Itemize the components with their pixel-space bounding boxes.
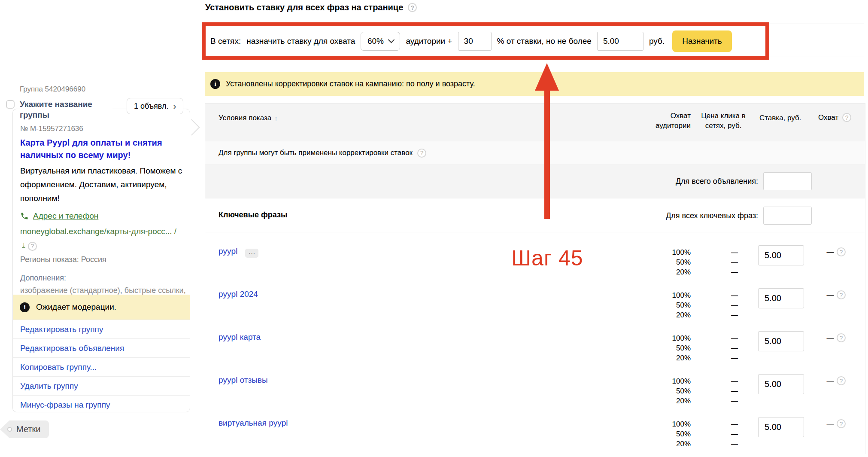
reach-value: — [822,291,839,299]
cpc-value: — [726,419,743,429]
coverage-value: 100% [672,419,691,429]
phone-icon [20,212,29,220]
page-title-row: Установить ставку для всех фраз на стран… [205,3,417,12]
cpc-value: — [726,257,743,267]
help-icon[interactable]: ? [417,149,426,158]
keywords-table: Условия показа ↑ Охват аудитории Цена кл… [205,103,865,454]
reach-column-header: Охват ? [818,113,851,122]
all-keywords-label: Для всех ключевых фраз: [666,211,758,220]
minus-phrases-link[interactable]: Минус-фразы на группу [13,395,190,414]
step-annotation: Шаг 45 [489,246,605,271]
annotation-arrow-shaft [544,89,550,219]
display-url-text: moneyglobal.exchange/карты-для-росс... / [20,227,176,236]
keywords-section-header: Ключевые фразы [219,210,287,219]
reach-value: — [822,420,839,428]
keyword-row: pyypl карта 100% 50% 20% — — — — ? [205,318,865,361]
delete-group-link[interactable]: Удалить группу [13,376,190,395]
keyword-link[interactable]: pyypl 2024 [219,289,258,299]
coverage-values: 100% 50% 20% [672,333,691,363]
cpc-value: — [726,386,743,396]
bid-input[interactable] [758,245,804,265]
help-icon[interactable]: ? [28,242,37,251]
annotation-arrow-head [535,63,559,91]
whole-ad-bid-input[interactable] [763,172,812,190]
coverage-value: 50% [672,386,691,396]
cpc-values: — — — [726,290,743,320]
coverage-column-header: Охват аудитории [643,111,691,131]
bid-input[interactable] [758,331,804,351]
coverage-value: 100% [672,290,691,300]
conditions-header-label: Условия показа [219,114,271,122]
whole-ad-label: Для всего объявления: [676,177,758,186]
cpc-value: — [726,429,743,439]
keyword-link[interactable]: pyypl [219,247,237,256]
group-adjustments-note: Для группы могут быть применены корректи… [219,149,413,157]
moderation-status-text: Ожидает модерации. [36,302,116,312]
group-adjustments-row: Для группы могут быть применены корректи… [205,141,865,165]
labels-tag[interactable]: Метки [0,420,49,438]
chevron-right-icon: › [173,101,176,111]
coverage-value: 50% [672,343,691,353]
keyword-link[interactable]: pyypl карта [219,332,261,342]
notice-text: Установлены корректировки ставок на камп… [226,79,475,88]
percent-input[interactable] [458,32,492,51]
display-url[interactable]: moneyglobal.exchange/карты-для-росс... /… [20,225,182,251]
help-icon[interactable]: ? [837,247,846,256]
coverage-values: 100% 50% 20% [672,247,691,277]
keyword-link[interactable]: виртуальная pyypl [219,418,288,428]
group-actions: Редактировать группу Редактировать объяв… [13,320,190,414]
coverage-value: 50% [672,257,691,267]
bid-input[interactable] [758,288,804,308]
cpc-values: — — — [726,376,743,406]
help-icon[interactable]: ? [837,419,846,428]
sort-ascending-icon: ↑ [274,115,278,122]
reach-value: — [822,248,839,256]
conditions-sort-header[interactable]: Условия показа ↑ [219,114,278,122]
coverage-select[interactable]: 60% [361,32,400,51]
help-icon[interactable]: ? [408,3,417,12]
cpc-values: — — — [726,333,743,363]
info-icon: i [210,79,220,89]
keyword-link[interactable]: pyypl отзывы [219,375,268,385]
contact-link[interactable]: Адрес и телефон [33,211,98,221]
assign-button[interactable]: Назначить [672,30,732,52]
help-icon[interactable]: ? [842,113,851,122]
networks-prefix-label: В сетях: [210,37,241,46]
help-icon[interactable]: ? [837,333,846,342]
ads-count-label: 1 объявл. [134,102,168,111]
coverage-value: 50% [672,429,691,439]
page: Группа 5420496690 Укажите название групп… [0,0,868,457]
more-icon[interactable]: ⋯ [245,249,258,258]
help-icon[interactable]: ? [837,376,846,385]
ad-group-card: № М-15957271636 Карта Pyypl для оплаты и… [12,109,190,412]
ads-count-pill[interactable]: 1 объявл. › [127,98,183,114]
bid-input[interactable] [758,374,804,394]
keyword-row: pyypl 2024 100% 50% 20% — — — — ? [205,275,865,318]
coverage-values: 100% 50% 20% [672,376,691,406]
bid-assignment-highlight-box: В сетях: назначить ставку для охвата 60%… [202,22,769,60]
edit-group-link[interactable]: Редактировать группу [13,320,190,338]
cpc-value: — [726,439,743,449]
cpc-values: — — — [726,419,743,449]
download-icon: ↓ [22,241,25,248]
bid-input[interactable] [758,417,804,437]
group-name-title[interactable]: Укажите название группы [20,99,112,120]
copy-group-link[interactable]: Копировать группу... [13,357,190,376]
cpc-value: — [726,333,743,343]
info-icon: i [20,302,30,312]
coverage-value: 20% [672,439,691,449]
help-icon[interactable]: ? [837,290,846,299]
max-bid-input[interactable] [597,32,643,51]
group-checkbox[interactable] [6,100,15,109]
all-keywords-bid-input[interactable] [763,207,812,225]
coverage-value: 50% [672,300,691,310]
assign-bid-label: назначить ставку для охвата [246,37,355,46]
table-header-row: Условия показа ↑ Охват аудитории Цена кл… [205,104,865,141]
ad-title-link[interactable]: Карта Pyypl для оплаты и снятия наличных… [20,137,184,161]
keywords-section-row: Ключевые фразы Для всех ключевых фраз: [205,198,865,232]
reach-header-label: Охват [818,113,838,122]
edit-ads-link[interactable]: Редактировать объявления [13,338,190,357]
reach-value: — [822,334,839,342]
additions-label: Дополнения: [20,274,66,283]
coverage-value: 100% [672,376,691,386]
